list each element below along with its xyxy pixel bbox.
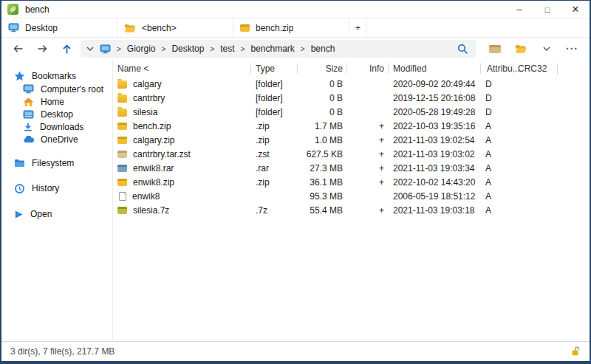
file-modified: 2022-10-02 14:43:20: [389, 177, 481, 188]
file-name: cantrbry: [133, 93, 165, 103]
file-list-panel: Name < Type Size Info Modified Attribu..…: [112, 60, 590, 341]
file-type: .zip: [251, 135, 298, 145]
column-header-name[interactable]: Name <: [113, 60, 251, 77]
file-size: 0 B: [298, 79, 347, 89]
table-row[interactable]: bench.zip .zip 1.7 MB + 2022-10-03 19:35…: [113, 119, 590, 133]
file-attributes: A: [481, 149, 513, 159]
breadcrumb-desktop[interactable]: Desktop: [171, 44, 204, 54]
address-breadcrumb-field[interactable]: > Giorgio > Desktop > test > benchmark >…: [81, 40, 476, 58]
table-row[interactable]: cantrbry.tar.zst .zst 627.5 KB + 2021-11…: [113, 147, 590, 161]
table-row[interactable]: enwik8 95.3 MB 2006-05-19 18:51:12 A: [113, 189, 590, 203]
open-folder-icon: [124, 24, 136, 32]
column-header-info[interactable]: Info: [347, 60, 389, 77]
close-button[interactable]: ✕: [561, 1, 590, 18]
column-header-filler: [558, 60, 590, 77]
table-row[interactable]: calgary [folder] 0 B 2020-09-02 20:49:44…: [113, 77, 590, 91]
sidebar-item-bookmarks[interactable]: Bookmarks: [1, 69, 112, 83]
table-row[interactable]: enwik8.zip .zip 36.1 MB + 2022-10-02 14:…: [113, 175, 590, 189]
zip-archive-icon: [240, 24, 250, 32]
sidebar: Bookmarks Computer's root: [1, 60, 112, 341]
sidebar-label: OneDrive: [41, 134, 78, 145]
archive-icon: [489, 45, 501, 53]
sidebar-item-history[interactable]: History: [1, 182, 112, 195]
file-name: silesia.7z: [133, 205, 169, 216]
sidebar-item-filesystem[interactable]: Filesystem: [1, 157, 112, 170]
tab-bench-zip[interactable]: bench.zip: [233, 18, 349, 37]
extract-button[interactable]: [508, 44, 533, 53]
maximize-button[interactable]: □: [533, 1, 561, 18]
window-title: bench: [25, 4, 49, 15]
column-header-type[interactable]: Type: [251, 60, 298, 77]
sidebar-label: Home: [41, 97, 64, 107]
file-attributes: A: [481, 177, 513, 188]
title-bar[interactable]: bench – □ ✕: [1, 1, 590, 18]
file-size: 55.4 MB: [298, 205, 347, 216]
file-attributes: A: [481, 205, 513, 216]
clock-icon: [14, 183, 25, 194]
file-modified: 2021-11-03 19:03:02: [389, 149, 481, 159]
file-modified: 2019-12-15 20:16:08: [389, 93, 481, 103]
extract-options-button[interactable]: [533, 47, 559, 51]
status-bar: 3 dir(s), 7 file(s), 217.7 MB: [1, 341, 590, 361]
file-type: [folder]: [251, 79, 298, 89]
sidebar-item-onedrive[interactable]: OneDrive: [1, 133, 112, 145]
file-info: +: [347, 177, 389, 188]
breadcrumb-giorgio[interactable]: Giorgio: [127, 44, 156, 54]
file-attributes: D: [481, 79, 513, 89]
sidebar-item-downloads[interactable]: Downloads: [1, 120, 112, 133]
zip-archive-icon: [117, 123, 127, 130]
table-row[interactable]: silesia [folder] 0 B 2020-05-28 19:49:28…: [113, 105, 590, 119]
minimize-button[interactable]: –: [505, 1, 533, 18]
play-icon: [14, 210, 24, 219]
file-name: calgary: [133, 79, 162, 89]
sidebar-item-open[interactable]: Open: [1, 207, 112, 221]
unlocked-padlock-icon[interactable]: [570, 346, 581, 357]
peazip-leaf-icon: [7, 4, 18, 15]
file-size: 0 B: [298, 93, 347, 103]
tab-label: bench.zip: [256, 23, 293, 33]
main-area: Bookmarks Computer's root: [1, 60, 590, 341]
file-info: +: [347, 121, 389, 131]
table-row[interactable]: calgary.zip .zip 1.0 MB + 2021-11-03 19:…: [113, 133, 590, 147]
file-type: .rar: [251, 163, 298, 174]
breadcrumb-bench[interactable]: bench: [311, 44, 335, 54]
file-modified: 2021-11-03 19:03:18: [389, 205, 481, 216]
tab-desktop[interactable]: Desktop: [1, 18, 117, 37]
table-header: Name < Type Size Info Modified Attribu..…: [113, 60, 590, 77]
download-icon: [23, 122, 33, 132]
sidebar-item-desktop[interactable]: Desktop: [1, 108, 112, 120]
sidebar-item-home[interactable]: Home: [1, 95, 112, 108]
sidebar-label: History: [32, 183, 59, 193]
add-archive-button[interactable]: [482, 45, 508, 53]
file-modified: 2021-11-03 19:03:34: [389, 163, 481, 174]
sidebar-label: Downloads: [40, 122, 83, 132]
breadcrumb-test[interactable]: test: [220, 44, 234, 54]
column-header-attributes[interactable]: Attribu...: [481, 60, 513, 77]
forward-button[interactable]: [30, 44, 55, 54]
file-type: .7z: [251, 205, 298, 216]
more-options-button[interactable]: ···: [559, 43, 585, 55]
table-row[interactable]: enwik8.rar .rar 27.3 MB + 2021-11-03 19:…: [113, 161, 590, 175]
home-icon: [23, 97, 34, 107]
sidebar-item-computers-root[interactable]: Computer's root: [1, 83, 112, 95]
back-button[interactable]: [6, 44, 30, 54]
search-icon[interactable]: [457, 44, 468, 55]
app-window-frame: bench – □ ✕ Desktop: [0, 0, 591, 364]
up-button[interactable]: [55, 44, 79, 55]
file-info: +: [347, 149, 389, 159]
breadcrumb-benchmark[interactable]: benchmark: [250, 44, 294, 54]
rar-archive-icon: [117, 165, 127, 172]
address-dropdown-chevron-icon[interactable]: [86, 47, 94, 51]
file-type: [folder]: [251, 107, 298, 117]
computer-root-icon[interactable]: [100, 44, 111, 54]
column-header-size[interactable]: Size: [298, 60, 347, 77]
new-tab-button[interactable]: +: [349, 18, 367, 37]
file-attributes: D: [481, 107, 513, 117]
table-row[interactable]: silesia.7z .7z 55.4 MB + 2021-11-03 19:0…: [113, 203, 590, 217]
file-size: 0 B: [298, 107, 347, 117]
column-header-crc32[interactable]: CRC32: [513, 60, 558, 77]
tab-bench-folder[interactable]: <bench>: [117, 18, 233, 37]
table-row[interactable]: cantrbry [folder] 0 B 2019-12-15 20:16:0…: [113, 91, 590, 105]
file-name: bench.zip: [133, 121, 171, 131]
column-header-modified[interactable]: Modified: [389, 60, 481, 77]
